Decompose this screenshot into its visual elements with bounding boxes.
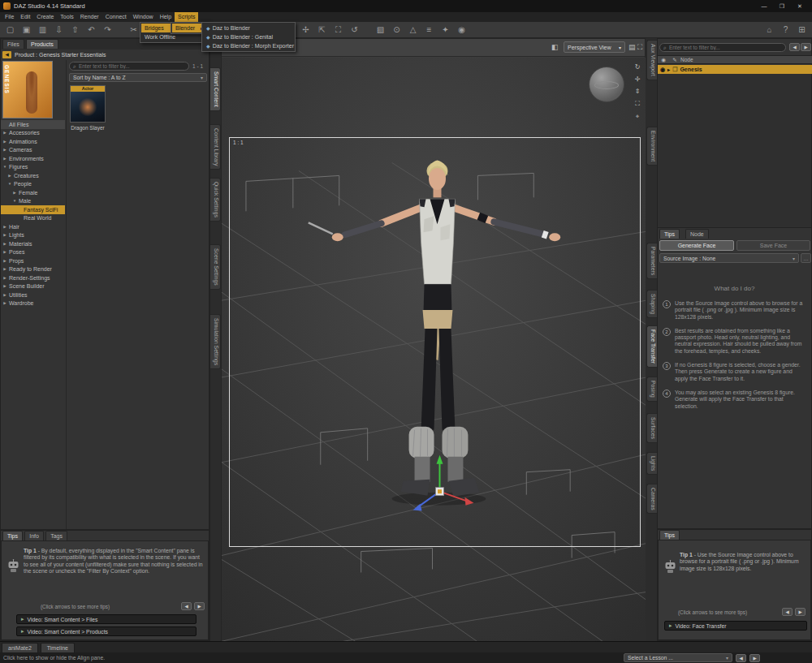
expand-arrow-icon[interactable]: ▶ (2, 242, 7, 246)
view-selector-dropdown[interactable]: Perspective View ▾ (564, 41, 625, 53)
prev-tip-button[interactable]: ◀ (181, 602, 192, 610)
tree-item-figures[interactable]: ▼Figures (1, 163, 65, 172)
redo-icon[interactable]: ↷ (102, 25, 113, 34)
tree-item-render-settings[interactable]: ▶Render-Settings (1, 273, 65, 282)
tree-item-wardrobe[interactable]: ▶Wardrobe (1, 299, 65, 308)
menu-item-daz-to-blender-genital[interactable]: ◆ Daz to Blender : Genital (203, 32, 294, 41)
tree-item-lights[interactable]: ▶Lights (1, 231, 65, 240)
maximize-button[interactable]: ❐ (773, 1, 791, 12)
menu-render[interactable]: Render (77, 12, 102, 22)
tree-item-hair[interactable]: ▶Hair (1, 222, 65, 231)
node-editor-icon[interactable]: ⊙ (391, 25, 402, 34)
expand-arrow-icon[interactable]: ▶ (2, 250, 7, 254)
tab-posing[interactable]: Posing (646, 377, 657, 402)
video-smart-content-products-button[interactable]: ▸ Video: Smart Content > Products (16, 626, 197, 636)
menu-scripts[interactable]: Scripts (175, 12, 198, 22)
tab-shaping[interactable]: Shaping (646, 290, 657, 318)
expand-arrow-icon[interactable]: ▶ (2, 267, 7, 271)
tree-item-props[interactable]: ▶Props (1, 256, 65, 265)
collapse-arrow-icon[interactable]: ▼ (2, 165, 7, 169)
new-file-icon[interactable]: ▢ (5, 25, 15, 34)
minimize-button[interactable]: — (755, 1, 773, 12)
save-icon[interactable]: ▥ (37, 25, 48, 34)
scene-search[interactable]: ⌕ (659, 43, 786, 52)
tree-item-utilities[interactable]: ▶Utilities (1, 291, 65, 299)
tree-item-male[interactable]: ▼Male (1, 197, 65, 206)
tab-products[interactable]: Products (26, 39, 58, 49)
tree-item-creatures[interactable]: ▶Creatures (1, 171, 65, 180)
tree-item-scene-builder[interactable]: ▶Scene Builder (1, 282, 65, 291)
cart-icon[interactable]: ⊞ (797, 25, 807, 34)
sort-dropdown[interactable]: Sort by Name : A to Z ▾ (69, 73, 207, 82)
expand-arrow-icon[interactable]: ▶ (2, 301, 7, 305)
expand-arrow-icon[interactable]: ▶ (2, 276, 7, 280)
tab-scene-settings[interactable]: Scene Settings (210, 244, 221, 290)
status-message[interactable]: Click here to show or hide the Align pan… (3, 655, 105, 661)
tab-info[interactable]: Info (24, 531, 44, 540)
tab-surfaces[interactable]: Surfaces (646, 413, 657, 443)
scene-prev-button[interactable]: ◀ (789, 43, 800, 51)
tree-item-female[interactable]: ▶Female (1, 188, 65, 197)
tab-smart-content[interactable]: Smart Content (210, 67, 221, 111)
product-box-art[interactable]: GENESIS (2, 61, 53, 118)
tree-item-cameras[interactable]: ▶Cameras (1, 146, 65, 155)
expand-arrow-icon[interactable]: ▸ (667, 67, 670, 72)
expand-arrow-icon[interactable]: ▶ (2, 284, 7, 288)
tree-item-environments[interactable]: ▶Environments (1, 154, 65, 163)
source-image-dropdown[interactable]: Source Image : None ▾ (659, 253, 799, 263)
prev-lesson-button[interactable]: ◀ (736, 654, 746, 662)
view-orbit-ball[interactable] (589, 67, 624, 102)
collapse-arrow-icon[interactable]: ▼ (12, 199, 17, 203)
tab-quick-settings[interactable]: Quick Settings (210, 178, 221, 222)
next-lesson-button[interactable]: ▶ (749, 654, 760, 662)
eye-icon[interactable]: ◉ (660, 67, 665, 73)
tab-files[interactable]: Files (2, 39, 24, 49)
pane-options-icon[interactable]: ▤ (628, 43, 636, 51)
geometry-editor-icon[interactable]: △ (408, 25, 418, 34)
tab-tips[interactable]: Tips (2, 531, 23, 540)
tab-environment[interactable]: Environment (646, 127, 657, 166)
tab-cameras[interactable]: Cameras (646, 484, 657, 514)
expand-arrow-icon[interactable]: ▶ (2, 233, 7, 237)
expand-arrow-icon[interactable]: ▶ (2, 293, 7, 297)
tree-item-animations[interactable]: ▶Animations (1, 137, 65, 146)
tree-item-all-files[interactable]: All Files (1, 120, 65, 129)
surface-selection-tool-icon[interactable]: ▧ (375, 25, 386, 34)
open-file-icon[interactable]: ▣ (21, 25, 32, 34)
browse-source-button[interactable]: ... (801, 253, 811, 263)
video-face-transfer-button[interactable]: ▸ Video: Face Transfer (664, 621, 807, 631)
generate-face-button[interactable]: Generate Face (659, 240, 734, 251)
collapse-arrow-icon[interactable]: ▼ (7, 182, 12, 186)
prev-tip-button[interactable]: ◀ (782, 608, 793, 616)
create-light-icon[interactable]: ✦ (440, 25, 451, 34)
expand-arrow-icon[interactable]: ▶ (2, 259, 7, 263)
frame-tool-icon[interactable]: ⛶ (333, 25, 343, 35)
close-button[interactable]: ✕ (791, 1, 809, 12)
expand-arrow-icon[interactable]: ▶ (7, 174, 12, 178)
video-smart-content-files-button[interactable]: ▸ Video: Smart Content > Files (16, 614, 197, 624)
tab-content-library[interactable]: Content Library (210, 124, 221, 170)
create-camera-icon[interactable]: ◉ (456, 25, 467, 34)
translate-tool-icon[interactable]: ✢ (300, 25, 311, 34)
menu-help[interactable]: Help (157, 12, 175, 22)
viewport-canvas[interactable] (222, 57, 646, 642)
scene-next-button[interactable]: ▶ (801, 43, 811, 51)
expand-arrow-icon[interactable]: ▶ (2, 140, 7, 144)
lesson-dropdown[interactable]: Select a Lesson ... ▾ (624, 653, 732, 662)
daz-store-icon[interactable]: ⌂ (764, 25, 775, 34)
expand-arrow-icon[interactable]: ▶ (2, 225, 7, 229)
content-item-dragon-slayer[interactable]: Actor (70, 85, 106, 123)
next-tip-button[interactable]: ▶ (194, 602, 205, 610)
tab-face-transfer[interactable]: Face Transfer (646, 325, 657, 368)
cut-icon[interactable]: ✂ (128, 25, 139, 34)
scene-tree-empty-area[interactable] (658, 74, 811, 228)
tab-aux-viewport[interactable]: Aux Viewport (646, 40, 657, 80)
tab-timeline[interactable]: Timeline (41, 643, 75, 652)
expand-arrow-icon[interactable]: ▶ (2, 148, 7, 152)
expand-viewport-icon[interactable]: ⛶ (637, 43, 642, 52)
orbit-icon[interactable]: ↻ (633, 63, 642, 71)
menu-item-daz-to-blender[interactable]: ◆ Daz to Blender (203, 24, 294, 32)
content-search[interactable]: ⌕ (69, 62, 189, 71)
tree-item-fantasy-scifi[interactable]: Fantasy SciFi (1, 205, 65, 214)
camera-cube-icon[interactable]: ◧ (551, 43, 559, 51)
